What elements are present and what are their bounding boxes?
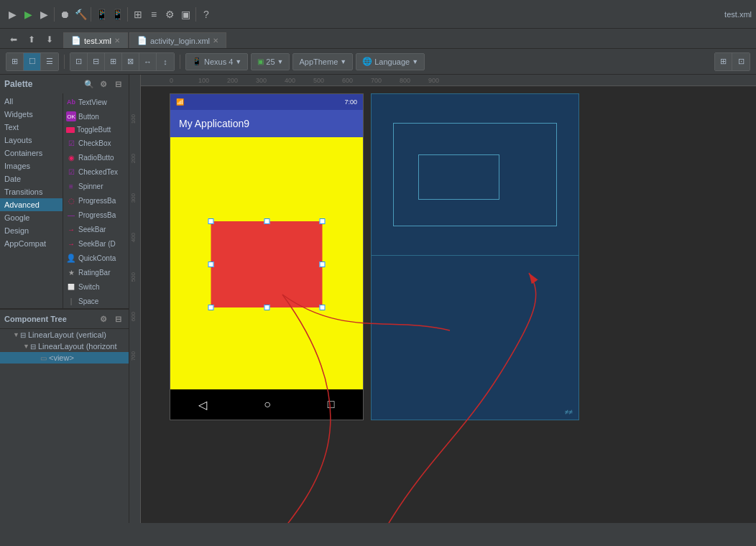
back-nav-icon[interactable]: ⬅ (5, 31, 22, 48)
ruler-horizontal: 0 100 200 300 400 500 600 700 800 900 (141, 75, 756, 86)
palette-panel: Palette 🔍 ⚙ ⊟ All Widgets Text Layouts C… (0, 75, 129, 309)
widget-switch[interactable]: ⬜ Switch (63, 279, 129, 294)
tab-test-xml[interactable]: 📄 test.xml ✕ (63, 32, 128, 48)
tab-activity-login[interactable]: 📄 activity_login.xml ✕ (129, 32, 226, 48)
tab-close[interactable]: ✕ (114, 37, 120, 45)
widget-radio[interactable]: ◉ RadioButto (63, 150, 129, 165)
nav-bar: ◁ ○ □ (170, 389, 363, 420)
language-selector[interactable]: 🌐 Language ▼ (356, 53, 425, 70)
status-bar: 📶 7:00 (170, 94, 363, 110)
quickcontact-icon: 👤 (66, 253, 76, 263)
sync-icon[interactable]: ⏺ (57, 7, 72, 22)
device-selector[interactable]: 📱 Nexus 4 ▼ (185, 53, 248, 70)
handle-bm[interactable] (264, 305, 269, 310)
cat-design[interactable]: Design (0, 224, 63, 237)
widget-spinner[interactable]: ≡ Spinner (63, 179, 129, 193)
widget-textview[interactable]: Ab TextView (63, 95, 129, 109)
debug-icon[interactable]: ▶ (21, 7, 35, 22)
cat-widgets[interactable]: Widgets (0, 108, 63, 121)
handle-ml[interactable] (208, 262, 214, 267)
terminal-icon[interactable]: ▣ (178, 7, 193, 22)
tree-expand-icon[interactable]: ⊟ (111, 313, 124, 325)
align-icon3[interactable]: ⊞ (105, 53, 122, 70)
ruler-mark-900: 900 (428, 77, 439, 84)
todo-icon[interactable]: ≡ (147, 7, 161, 22)
widget-progressbar1[interactable]: ◌ ProgressBa (63, 193, 129, 208)
blueprint-outer-rect (393, 123, 557, 226)
build-icon[interactable]: 🔨 (73, 7, 88, 22)
back-icon: ◁ (198, 398, 207, 412)
view-toggle-grid[interactable]: ⊞ (6, 53, 24, 70)
handle-mr[interactable] (320, 262, 326, 267)
attach-icon[interactable]: ▶ (37, 7, 51, 22)
phone-screen[interactable]: 📶 7:00 My Application9 (170, 93, 364, 420)
view-toggle-design[interactable]: ☐ (24, 53, 41, 70)
cat-images[interactable]: Images (0, 159, 63, 172)
handle-tl[interactable] (208, 218, 214, 224)
tree-settings-icon[interactable]: ⚙ (97, 313, 110, 325)
api-selector[interactable]: ▣ 25 ▼ (251, 53, 290, 70)
red-view[interactable] (211, 221, 323, 307)
widget-seekbar[interactable]: → SeekBar (63, 222, 129, 236)
content-area[interactable] (170, 137, 363, 391)
cat-layouts[interactable]: Layouts (0, 134, 63, 147)
ruler-mark-v300: 300 (130, 193, 137, 203)
ruler-mark-0: 0 (170, 77, 173, 84)
theme-caret: ▼ (340, 58, 346, 65)
help-icon[interactable]: ? (199, 7, 213, 22)
forward-nav-icon[interactable]: ⬆ (23, 31, 40, 48)
widget-seekbar-d[interactable]: → SeekBar (D (63, 236, 129, 251)
tree-linearlayout-vertical[interactable]: ▼ ⊟ LinearLayout (vertical) (0, 329, 129, 341)
widget-checkbox[interactable]: ☑ CheckBox (63, 136, 129, 150)
widget-quickcontact[interactable]: 👤 QuickConta (63, 251, 129, 265)
cat-containers[interactable]: Containers (0, 147, 63, 159)
cat-date[interactable]: Date (0, 172, 63, 185)
handle-br[interactable] (320, 305, 326, 310)
widget-button[interactable]: OK Button (63, 109, 129, 124)
align-icon1[interactable]: ⊡ (70, 53, 88, 70)
theme-selector[interactable]: AppTheme ▼ (292, 53, 353, 70)
palette-expand-icon[interactable]: ⊟ (111, 78, 124, 91)
widget-ratingbar[interactable]: ★ RatingBar (63, 265, 129, 279)
palette-settings-icon[interactable]: ⚙ (97, 78, 110, 91)
toggle-icon (66, 127, 75, 133)
cat-all[interactable]: All (0, 95, 63, 108)
handle-bl[interactable] (208, 305, 214, 310)
cat-google[interactable]: Google (0, 211, 63, 224)
tree-view-item[interactable]: ▭ <view> (0, 352, 129, 364)
cat-advanced[interactable]: Advanced (0, 198, 63, 211)
cat-text[interactable]: Text (0, 121, 63, 134)
align-icon6[interactable]: ↕ (157, 53, 174, 70)
widget-space[interactable]: | Space (63, 294, 129, 308)
recent-icon: □ (328, 398, 335, 411)
switch-icon: ⬜ (66, 282, 76, 292)
extra-icon2[interactable]: ⊡ (732, 53, 750, 70)
handle-tr[interactable] (320, 218, 326, 224)
cat-appcompat[interactable]: AppCompat (0, 237, 63, 250)
xml-icon2: 📄 (137, 36, 147, 45)
align-icon2[interactable]: ⊟ (88, 53, 105, 70)
extra-icon1[interactable]: ⊞ (715, 53, 732, 70)
palette-search-icon[interactable]: 🔍 (83, 78, 96, 91)
tree-linearlayout-horizontal[interactable]: ▼ ⊟ LinearLayout (horizont (0, 341, 129, 352)
handle-tm[interactable] (264, 218, 269, 224)
down-nav-icon[interactable]: ⬇ (42, 31, 58, 48)
view-toggle-blueprint[interactable]: ☰ (41, 53, 58, 70)
align-icon5[interactable]: ↔ (139, 53, 157, 70)
structure-icon[interactable]: ⊞ (131, 7, 145, 22)
tree-item-label2: <view> (49, 353, 74, 362)
widget-checkedtext[interactable]: ☑ CheckedTex (63, 165, 129, 179)
gradle-icon[interactable]: ⚙ (162, 7, 177, 22)
tab-close2[interactable]: ✕ (213, 37, 218, 45)
cat-transitions[interactable]: Transitions (0, 185, 63, 198)
widget-progressbar2[interactable]: — ProgressBa (63, 208, 129, 222)
avd-icon[interactable]: 📱 (110, 7, 124, 22)
tree-header-icons: ⚙ ⊟ (97, 313, 124, 325)
align-icon4[interactable]: ⊠ (122, 53, 139, 70)
widget-togglebtn[interactable]: ToggleButt (63, 124, 129, 136)
widget-togglebtn-label: ToggleButt (77, 126, 111, 134)
sdk-icon[interactable]: 📱 (94, 7, 109, 22)
run-icon[interactable]: ▶ (5, 7, 19, 22)
language-caret: ▼ (412, 58, 418, 65)
status-time: 7:00 (344, 98, 357, 106)
